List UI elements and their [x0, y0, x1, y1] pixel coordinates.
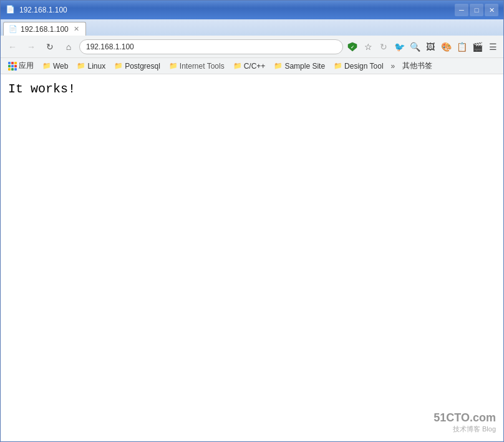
page-content: It works! 51CTO.com 技术博客 Blog [1, 74, 503, 441]
bookmark-postgresql[interactable]: 📁 Postgresql [110, 61, 164, 72]
tab-label: 192.168.1.100 [21, 25, 69, 34]
bookmark-cpp-label: C/C++ [244, 62, 266, 71]
browser-window: 📄 192.168.1.100 ─ □ ✕ 📄 192.168.1.100 ✕ … [0, 0, 504, 442]
folder-icon-web: 📁 [42, 62, 51, 70]
page-main-text: It works! [8, 81, 496, 98]
close-button[interactable]: ✕ [485, 4, 498, 16]
folder-icon-linux: 📁 [77, 62, 85, 70]
bookmark-linux-label: Linux [87, 62, 105, 71]
folder-icon-cpp: 📁 [233, 62, 242, 70]
bookmark-design-tool[interactable]: 📁 Design Tool [330, 61, 387, 72]
bookmark-postgresql-label: Postgresql [125, 62, 160, 71]
bookmark-internet-tools[interactable]: 📁 Internet Tools [165, 61, 228, 72]
bookmark-sample-site[interactable]: 📁 Sample Site [270, 61, 329, 72]
bookmark-sample-site-label: Sample Site [284, 62, 325, 71]
bookmark-web[interactable]: 📁 Web [39, 61, 72, 72]
folder-icon-design-tool: 📁 [334, 62, 342, 70]
reload-button[interactable]: ↻ [42, 39, 58, 55]
window-controls: ─ □ ✕ [455, 4, 498, 16]
security-shield-icon: ✓ [346, 40, 359, 54]
refresh-icon[interactable]: ↻ [377, 40, 390, 54]
star-icon[interactable]: ☆ [361, 40, 375, 54]
address-bar[interactable] [79, 39, 343, 54]
bookmarks-more-button[interactable]: » [389, 61, 398, 72]
doc-icon[interactable]: 📋 [455, 40, 468, 54]
bookmarks-bar: 应用 📁 Web 📁 Linux 📁 Postgresql 📁 Internet… [1, 58, 503, 74]
tab-close-button[interactable]: ✕ [74, 25, 79, 33]
svg-text:✓: ✓ [351, 45, 354, 49]
maximize-button[interactable]: □ [470, 4, 483, 16]
watermark-sub: 技术博客 Blog [434, 425, 496, 434]
watermark-site: 51CTO.com [434, 411, 496, 425]
image-icon[interactable]: 🖼 [424, 40, 437, 54]
search-icon[interactable]: 🔍 [408, 40, 422, 54]
title-bar: 📄 192.168.1.100 ─ □ ✕ [1, 1, 503, 19]
bookmark-web-label: Web [53, 62, 68, 71]
forward-button[interactable]: → [23, 39, 39, 55]
video-icon[interactable]: 🎬 [470, 40, 484, 54]
nav-bar: ← → ↻ ⌂ ✓ ☆ ↻ 🐦 🔍 🖼 🎨 📋 🎬 ☰ [1, 36, 503, 58]
folder-icon-sample-site: 📁 [274, 62, 283, 70]
folder-icon-internet-tools: 📁 [169, 62, 178, 70]
home-button[interactable]: ⌂ [61, 39, 77, 55]
tab-bar: 📄 192.168.1.100 ✕ [1, 19, 503, 36]
bookmark-apps-label: 应用 [19, 61, 34, 71]
folder-icon-postgresql: 📁 [114, 62, 123, 70]
bookmark-internet-tools-label: Internet Tools [180, 62, 225, 71]
menu-icon[interactable]: ☰ [486, 40, 500, 54]
bookmark-design-tool-label: Design Tool [344, 62, 383, 71]
tab-favicon-icon: 📄 [9, 25, 17, 34]
browser-icons: ✓ ☆ ↻ 🐦 🔍 🖼 🎨 📋 🎬 ☰ [346, 40, 500, 54]
bookmark-other[interactable]: 其他书签 [399, 59, 436, 72]
bookmark-apps[interactable]: 应用 [4, 59, 37, 72]
back-button[interactable]: ← [4, 39, 21, 55]
minimize-button[interactable]: ─ [455, 4, 468, 16]
active-tab[interactable]: 📄 192.168.1.100 ✕ [3, 22, 86, 36]
tab-favicon: 📄 [6, 5, 16, 15]
window-title: 192.168.1.100 [19, 6, 455, 14]
color-icon[interactable]: 🎨 [439, 40, 453, 54]
twitter-icon[interactable]: 🐦 [392, 40, 406, 54]
watermark: 51CTO.com 技术博客 Blog [434, 411, 496, 434]
bookmark-cpp[interactable]: 📁 C/C++ [230, 61, 269, 72]
bookmark-linux[interactable]: 📁 Linux [73, 61, 109, 72]
apps-grid-icon [8, 62, 17, 71]
